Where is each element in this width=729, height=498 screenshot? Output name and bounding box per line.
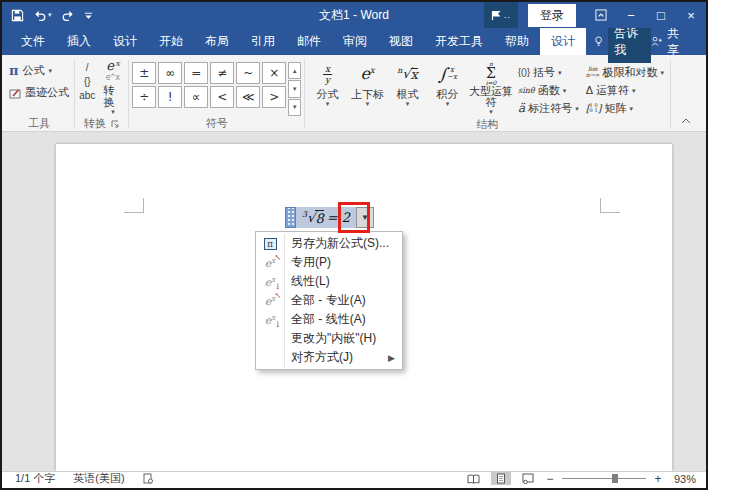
- tab-view[interactable]: 视图: [378, 28, 424, 55]
- normal-text-button[interactable]: /: [86, 62, 89, 73]
- menu-item-all-linear[interactable]: ↓ 全部 - 线性(A): [256, 310, 402, 329]
- symbol-divide[interactable]: ÷: [132, 86, 156, 108]
- zoom-percentage[interactable]: 93%: [670, 473, 696, 485]
- web-layout-button[interactable]: [518, 472, 538, 485]
- equation-button[interactable]: π 公式 ▾: [7, 62, 71, 79]
- symbol-factorial[interactable]: !: [158, 86, 182, 108]
- operator-button[interactable]: Δ 运算符 ▾: [583, 81, 667, 99]
- sign-in-button[interactable]: 登录: [528, 4, 576, 27]
- equation-container: 3√8= 2 ▼: [285, 207, 374, 228]
- save-as-new-equation-icon: [264, 238, 277, 250]
- limit-and-log-button[interactable]: limn→∞ 极限和对数 ▾: [583, 63, 667, 81]
- symbol-proportional[interactable]: ∝: [184, 86, 208, 108]
- fraction-button[interactable]: xy 分式 ▾: [308, 60, 347, 117]
- undo-button[interactable]: ▾: [33, 9, 52, 21]
- zoom-slider[interactable]: [562, 478, 646, 479]
- script-button[interactable]: ex 上下标 ▾: [348, 60, 387, 117]
- minimize-button[interactable]: −: [616, 2, 646, 28]
- close-button[interactable]: ×: [676, 2, 706, 28]
- chevron-down-icon: ▾: [406, 100, 410, 107]
- collapse-ribbon-button[interactable]: [671, 57, 706, 131]
- redo-button[interactable]: [61, 9, 75, 21]
- symbol-more-icon[interactable]: ▼: [288, 99, 301, 116]
- equation-content[interactable]: 3√8= 2: [296, 207, 356, 228]
- status-bar: 1/1 个字 英语(美国) − + 93%: [2, 471, 706, 485]
- ribbon-tab-row: 文件 插入 设计 开始 布局 引用 邮件 审阅 视图 开发工具 帮助 设计 告诉…: [2, 28, 706, 55]
- bracket-button[interactable]: {()} 括号 ▾: [515, 63, 582, 81]
- zoom-out-button[interactable]: −: [545, 472, 555, 486]
- tab-references[interactable]: 引用: [240, 28, 286, 55]
- print-layout-button[interactable]: [491, 472, 511, 485]
- symbol-plus-minus[interactable]: ±: [132, 62, 156, 84]
- tab-equation-design-active[interactable]: 设计: [540, 28, 586, 55]
- chevron-up-icon: [681, 118, 691, 124]
- symbol-infinity[interactable]: ∞: [158, 62, 182, 84]
- symbol-equals[interactable]: =: [184, 62, 208, 84]
- menu-item-professional[interactable]: ↖ 专用(P): [256, 253, 402, 272]
- group-conversion: / {} abc eˣ e^x 转换 ▾ 转换: [75, 57, 128, 131]
- braces-button[interactable]: {}: [84, 76, 91, 87]
- tab-design[interactable]: 设计: [102, 28, 148, 55]
- ribbon-display-options-button[interactable]: [586, 2, 616, 28]
- share-button[interactable]: 共享: [651, 28, 706, 55]
- tab-developer[interactable]: 开发工具: [424, 28, 494, 55]
- coming-soon-icon[interactable]: ..: [484, 2, 518, 28]
- symbol-much-less[interactable]: ≪: [236, 86, 260, 108]
- read-mode-button[interactable]: [464, 472, 484, 485]
- convert-icon: eˣ: [106, 60, 119, 72]
- restore-button[interactable]: □: [646, 2, 676, 28]
- zoom-in-button[interactable]: +: [653, 472, 663, 486]
- chevron-down-icon: ▾: [49, 67, 53, 74]
- matrix-button[interactable]: [1 00 1] 矩阵 ▾: [583, 99, 667, 117]
- menu-item-linear[interactable]: ↓ 线性(L): [256, 272, 402, 291]
- tab-insert[interactable]: 插入: [56, 28, 102, 55]
- symbol-multiply[interactable]: ×: [262, 62, 286, 84]
- submenu-arrow-icon: ▶: [388, 353, 402, 363]
- word-count[interactable]: 1/1 个字: [6, 471, 64, 486]
- person-icon: [651, 35, 662, 48]
- chevron-down-icon: ▾: [446, 100, 450, 107]
- tab-layout[interactable]: 布局: [194, 28, 240, 55]
- qat-customize-button[interactable]: [84, 11, 93, 20]
- macro-record-icon[interactable]: [134, 473, 162, 484]
- tab-file[interactable]: 文件: [10, 28, 56, 55]
- save-icon[interactable]: [11, 9, 24, 22]
- ink-equation-button[interactable]: 墨迹公式: [7, 84, 71, 101]
- tab-review[interactable]: 审阅: [332, 28, 378, 55]
- accent-button[interactable]: ä 标注符号 ▾: [515, 99, 582, 117]
- menu-item-save-as-new-equation[interactable]: 另存为新公式(S)...: [256, 234, 402, 253]
- scroll-up-icon[interactable]: ▲: [288, 62, 301, 79]
- integral-button[interactable]: ∫ x−x 积分 ▾: [428, 60, 467, 117]
- group-label-structures: 结构: [308, 117, 667, 132]
- symbol-not-equal[interactable]: ≠: [210, 62, 234, 84]
- tab-mailings[interactable]: 邮件: [286, 28, 332, 55]
- chevron-down-icon: ▾: [661, 69, 665, 76]
- dialog-launcher-icon[interactable]: [111, 120, 119, 128]
- convert-button[interactable]: eˣ e^x 转换 ▾: [101, 60, 126, 116]
- function-button[interactable]: sinθ 函数 ▾: [515, 81, 582, 99]
- operator-icon: Δ: [586, 84, 593, 96]
- menu-item-all-professional[interactable]: ↖ 全部 - 专业(A): [256, 291, 402, 310]
- lightbulb-icon: [594, 35, 603, 48]
- equation-drag-handle[interactable]: [285, 207, 296, 228]
- large-operator-button[interactable]: nΣi=0 大型运算符 ▾: [468, 60, 514, 117]
- tab-home[interactable]: 开始: [148, 28, 194, 55]
- symbol-less-than[interactable]: <: [210, 86, 234, 108]
- tab-help[interactable]: 帮助: [494, 28, 540, 55]
- group-tools: π 公式 ▾ 墨迹公式 工具: [4, 57, 74, 131]
- equation-options-dropdown-button[interactable]: ▼: [356, 207, 374, 228]
- zoom-slider-thumb[interactable]: [612, 474, 618, 483]
- title-bar-right: .. 登录 − □ ×: [484, 2, 706, 28]
- symbol-greater-than[interactable]: >: [262, 86, 286, 108]
- symbol-tilde[interactable]: ~: [236, 62, 260, 84]
- radical-button[interactable]: n√x 根式 ▾: [388, 60, 427, 117]
- menu-item-change-to-inline[interactable]: 更改为"内嵌"(H): [256, 329, 402, 348]
- menu-item-justification[interactable]: 对齐方式(J) ▶: [256, 348, 402, 367]
- tell-me-box[interactable]: 告诉我: [594, 28, 651, 55]
- abc-text-button[interactable]: abc: [79, 90, 95, 101]
- equation-radical-sign: √: [307, 210, 315, 225]
- group-structures: xy 分式 ▾ ex 上下标 ▾ n√x 根式 ▾: [305, 57, 670, 131]
- equation-rhs: = 2: [324, 210, 350, 225]
- language-status[interactable]: 英语(美国): [64, 471, 133, 486]
- scroll-down-icon[interactable]: ▼: [288, 80, 301, 97]
